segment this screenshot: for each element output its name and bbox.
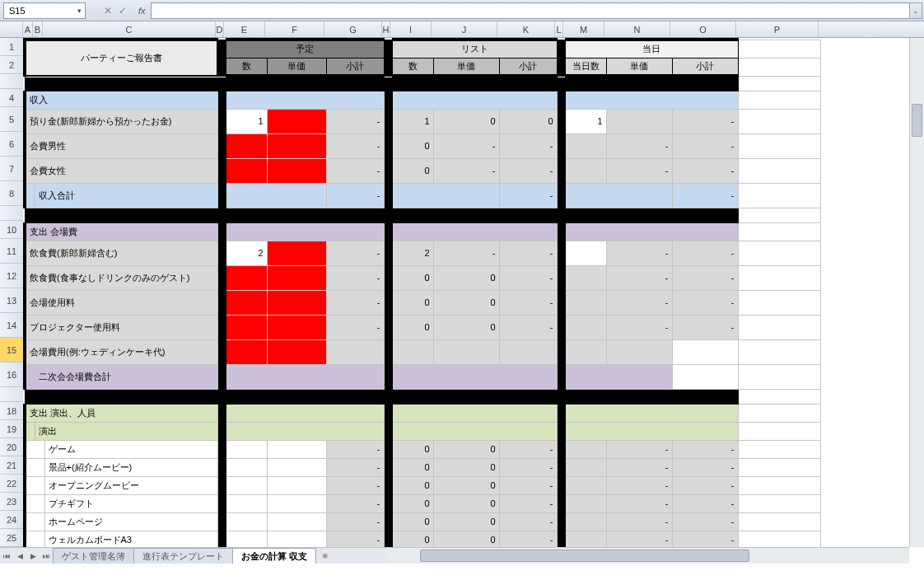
row-header-4[interactable]: 4 bbox=[0, 89, 23, 107]
row-header-19[interactable]: 19 bbox=[0, 420, 23, 438]
formula-bar: S15 ✕ ✓ fx ⌄ bbox=[0, 0, 924, 21]
row-header-20[interactable]: 20 bbox=[0, 438, 23, 456]
col-header-A[interactable]: A bbox=[23, 21, 33, 37]
row-header-[interactable] bbox=[0, 74, 23, 89]
col-header-G[interactable]: G bbox=[324, 21, 382, 37]
row-header-1[interactable]: 1 bbox=[0, 38, 23, 56]
sheet-tab-2[interactable]: 進行表テンプレート bbox=[133, 548, 233, 564]
row-header-25[interactable]: 25 bbox=[0, 529, 23, 547]
row-header-18[interactable]: 18 bbox=[0, 402, 23, 420]
row-header-10[interactable]: 10 bbox=[0, 221, 23, 239]
col-header-E[interactable]: E bbox=[224, 21, 265, 37]
row-header-22[interactable]: 22 bbox=[0, 475, 23, 493]
row-header-14[interactable]: 14 bbox=[0, 313, 23, 338]
row-header-15[interactable]: 15 bbox=[0, 338, 23, 362]
formula-input[interactable] bbox=[151, 2, 921, 19]
name-box[interactable]: S15 bbox=[3, 2, 86, 19]
row-header-7[interactable]: 7 bbox=[0, 157, 23, 181]
scroll-thumb[interactable] bbox=[420, 550, 749, 562]
scroll-thumb[interactable] bbox=[912, 104, 922, 137]
row-header-6[interactable]: 6 bbox=[0, 132, 23, 157]
col-header-I[interactable]: I bbox=[390, 21, 432, 37]
row-header-8[interactable]: 8 bbox=[0, 181, 23, 206]
row-header-23[interactable]: 23 bbox=[0, 493, 23, 511]
sheet-tab-3[interactable]: お金の計算 収支 bbox=[232, 548, 316, 564]
row-header-5[interactable]: 5 bbox=[0, 107, 23, 132]
select-all-corner[interactable] bbox=[0, 21, 23, 37]
col-header-J[interactable]: J bbox=[432, 21, 497, 37]
col-header-C[interactable]: C bbox=[43, 21, 216, 37]
sheet-tab-1[interactable]: ゲスト管理名簿 bbox=[53, 548, 134, 564]
cells-area[interactable]: パーティーご報告書予定リスト当日数単価小計数単価小計当日数単価小計収入預り金(新… bbox=[23, 38, 924, 564]
row-headers: 1245678101112131415161819202122232425262… bbox=[0, 38, 23, 564]
row-header-2[interactable]: 2 bbox=[0, 56, 23, 74]
fx-icon[interactable]: fx bbox=[138, 6, 146, 16]
col-header-K[interactable]: K bbox=[497, 21, 555, 37]
name-box-value: S15 bbox=[9, 6, 26, 16]
row-header-13[interactable]: 13 bbox=[0, 288, 23, 313]
col-header-M[interactable]: M bbox=[563, 21, 604, 37]
col-header-D[interactable]: D bbox=[216, 21, 224, 37]
row-header-[interactable] bbox=[0, 206, 23, 221]
col-header-P[interactable]: P bbox=[736, 21, 819, 37]
col-header-F[interactable]: F bbox=[265, 21, 324, 37]
row-header-12[interactable]: 12 bbox=[0, 264, 23, 288]
tab-nav-prev-icon[interactable]: ◀ bbox=[13, 552, 26, 560]
row-header-24[interactable]: 24 bbox=[0, 511, 23, 529]
row-header-16[interactable]: 16 bbox=[0, 362, 23, 387]
col-header-B[interactable]: B bbox=[33, 21, 43, 37]
col-header-H[interactable]: H bbox=[382, 21, 390, 37]
sheet-tabs: ⏮ ◀ ▶ ⏭ ゲスト管理名簿 進行表テンプレート お金の計算 収支 ✱ bbox=[0, 547, 387, 564]
col-header-L[interactable]: L bbox=[555, 21, 563, 37]
new-sheet-icon[interactable]: ✱ bbox=[319, 552, 332, 560]
row-header-[interactable] bbox=[0, 387, 23, 402]
expand-formula-icon[interactable]: ⌄ bbox=[909, 2, 922, 19]
horizontal-scrollbar[interactable] bbox=[387, 547, 909, 564]
tab-nav-first-icon[interactable]: ⏮ bbox=[0, 552, 13, 560]
spreadsheet: ABCDEFGHIJKLMNOP 12456781011121314151618… bbox=[0, 21, 924, 564]
vertical-scrollbar[interactable] bbox=[909, 38, 924, 547]
tab-nav-next-icon[interactable]: ▶ bbox=[26, 552, 40, 560]
confirm-icon: ✓ bbox=[115, 5, 130, 16]
row-header-11[interactable]: 11 bbox=[0, 239, 23, 264]
row-header-21[interactable]: 21 bbox=[0, 456, 23, 475]
tab-nav-last-icon[interactable]: ⏭ bbox=[40, 552, 53, 560]
column-headers: ABCDEFGHIJKLMNOP bbox=[0, 21, 924, 38]
cancel-icon: ✕ bbox=[100, 5, 115, 16]
col-header-N[interactable]: N bbox=[604, 21, 670, 37]
col-header-O[interactable]: O bbox=[670, 21, 736, 37]
